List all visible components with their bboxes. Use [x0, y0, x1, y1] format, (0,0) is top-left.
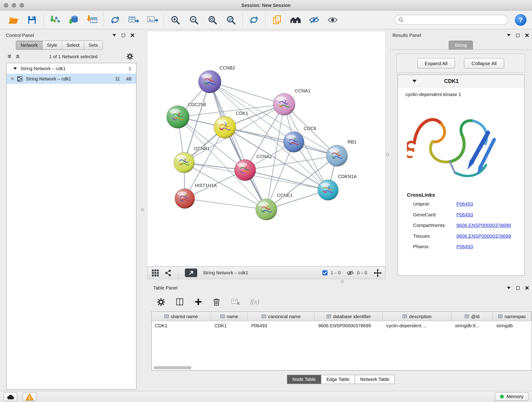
export-image-button[interactable]: [143, 12, 162, 28]
panel-menu-icon[interactable]: [113, 34, 116, 37]
save-icon: [27, 15, 37, 25]
table-row[interactable]: CDK1CDK1P064939606.ENSP00000378699cyclin…: [152, 321, 532, 330]
column-header-shared-name[interactable]: shared name: [152, 312, 211, 321]
network-collection-row[interactable]: String Network – cdk1 1: [7, 63, 136, 74]
show-all-button[interactable]: [323, 12, 342, 28]
zoom-fit-button[interactable]: [203, 12, 222, 28]
expand-all-button[interactable]: Expand All: [417, 58, 455, 69]
horizontal-scrollbar[interactable]: [154, 366, 191, 370]
help-button[interactable]: ?: [515, 14, 526, 26]
crosslink-value[interactable]: P06493: [456, 211, 473, 217]
network-tools-button[interactable]: [106, 12, 124, 28]
home-layout-button[interactable]: [286, 12, 305, 28]
panel-menu-icon[interactable]: [507, 287, 511, 289]
zoom-out-button[interactable]: [185, 12, 203, 28]
close-panel-button[interactable]: [525, 33, 529, 37]
collapse-entry-icon[interactable]: [412, 80, 417, 82]
search-input[interactable]: [406, 17, 504, 22]
import-network-button[interactable]: [46, 12, 64, 28]
network-node-CCNE1[interactable]: [256, 199, 277, 220]
tab-string[interactable]: String: [448, 41, 473, 50]
table-body: CDK1CDK1P064939606.ENSP00000378699cyclin…: [152, 321, 532, 330]
column-header--id[interactable]: @id: [452, 312, 493, 321]
network-row-selected[interactable]: String Network – cdk1 11 48: [7, 74, 136, 84]
panel-menu-icon[interactable]: [507, 34, 511, 37]
network-node-CCNA1[interactable]: [273, 93, 295, 115]
selected-checkbox-icon[interactable]: [322, 270, 328, 275]
tab-edge-table[interactable]: Edge Table: [321, 375, 355, 384]
left-splitter-handle[interactable]: [141, 208, 144, 211]
zoom-window-button[interactable]: [20, 3, 24, 7]
close-panel-button[interactable]: [131, 33, 134, 37]
network-node-CDC6[interactable]: [283, 132, 304, 153]
tab-node-table[interactable]: Node Table: [287, 375, 321, 384]
network-node-CDC25B[interactable]: [167, 106, 189, 128]
network-tree: String Network – cdk1 1 String Network –…: [6, 63, 137, 390]
tab-select[interactable]: Select: [62, 41, 84, 50]
right-splitter-handle[interactable]: [386, 153, 389, 156]
network-node-CDKN1A[interactable]: [318, 180, 338, 200]
network-node-HIST1H1A[interactable]: [175, 189, 195, 209]
crosslink-value[interactable]: 9606.ENSP00000378699: [456, 233, 511, 238]
network-from-table-button[interactable]: [124, 12, 143, 28]
import-database-button[interactable]: [64, 12, 83, 28]
tab-style[interactable]: Style: [42, 41, 62, 50]
column-header-name[interactable]: name: [211, 312, 248, 321]
documents-icon: [272, 15, 282, 25]
expand-all-networks-icon[interactable]: [15, 54, 20, 59]
delete-column-button[interactable]: [212, 297, 221, 307]
delete-table-button[interactable]: [230, 298, 241, 306]
crosslink-value[interactable]: 9606.ENSP00000378699: [456, 222, 511, 228]
import-table-button[interactable]: [83, 12, 101, 28]
crosslink-value[interactable]: P06493: [456, 201, 473, 206]
tab-network[interactable]: Network: [16, 41, 42, 50]
column-header-namespac[interactable]: namespac: [493, 312, 531, 321]
save-session-button[interactable]: [23, 12, 41, 28]
collapse-all-networks-icon[interactable]: [7, 54, 12, 59]
network-edge: [210, 82, 284, 104]
column-header-description[interactable]: description: [383, 312, 452, 321]
node-label-HIST1H1A: HIST1H1A: [195, 183, 217, 188]
collapse-all-button[interactable]: Collapse All: [464, 58, 504, 69]
cloud-button[interactable]: [3, 392, 17, 401]
network-canvas[interactable]: CCNB2CCNA1CDC25BCDK1CDC6RB1CCNB1CCNA2CDK…: [147, 31, 386, 267]
network-node-CCNB2[interactable]: [198, 70, 221, 93]
tab-network-table[interactable]: Network Table: [355, 375, 395, 384]
network-node-RB1[interactable]: [326, 145, 348, 166]
hidden-eye-slash-icon[interactable]: [346, 270, 354, 276]
float-panel-button[interactable]: [516, 286, 520, 290]
memory-button[interactable]: Memory: [495, 392, 529, 401]
open-in-new-button[interactable]: [185, 269, 197, 277]
close-window-button[interactable]: [4, 3, 8, 7]
network-node-CDK1[interactable]: [214, 116, 236, 138]
crosslink-value[interactable]: P06493: [456, 244, 473, 249]
bottom-splitter-handle[interactable]: [341, 280, 344, 283]
close-panel-button[interactable]: [525, 286, 529, 290]
column-header-canonical-name[interactable]: canonical name: [248, 312, 315, 321]
network-node-CCNA2[interactable]: [234, 160, 256, 181]
pan-crosshair-icon[interactable]: [374, 269, 382, 277]
refresh-view-button[interactable]: [245, 12, 263, 28]
warnings-button[interactable]: [23, 392, 36, 401]
hide-selection-button[interactable]: [305, 12, 323, 28]
float-panel-button[interactable]: [516, 33, 520, 37]
network-overview-button[interactable]: [164, 268, 172, 277]
zoom-selected-button[interactable]: [222, 12, 240, 28]
tab-sets[interactable]: Sets: [84, 41, 103, 50]
node-label-CCNA1: CCNA1: [295, 88, 310, 93]
table-settings-button[interactable]: [157, 297, 166, 307]
network-options-gear-icon[interactable]: [127, 53, 133, 60]
function-builder-button[interactable]: f(x): [250, 298, 259, 306]
tree-expand-icon[interactable]: [13, 67, 17, 70]
zoom-in-button[interactable]: [166, 12, 185, 28]
copy-documents-button[interactable]: [268, 12, 286, 28]
network-node-CCNB1[interactable]: [174, 152, 195, 173]
open-session-button[interactable]: [4, 12, 23, 28]
float-panel-button[interactable]: [122, 33, 125, 37]
result-entry-header[interactable]: CDK1: [398, 75, 524, 87]
add-column-button[interactable]: [194, 298, 203, 306]
column-header-database-identifier[interactable]: database identifier: [315, 312, 383, 321]
show-columns-button[interactable]: [175, 297, 185, 307]
grid-view-button[interactable]: [151, 268, 160, 277]
minimize-window-button[interactable]: [12, 3, 16, 7]
